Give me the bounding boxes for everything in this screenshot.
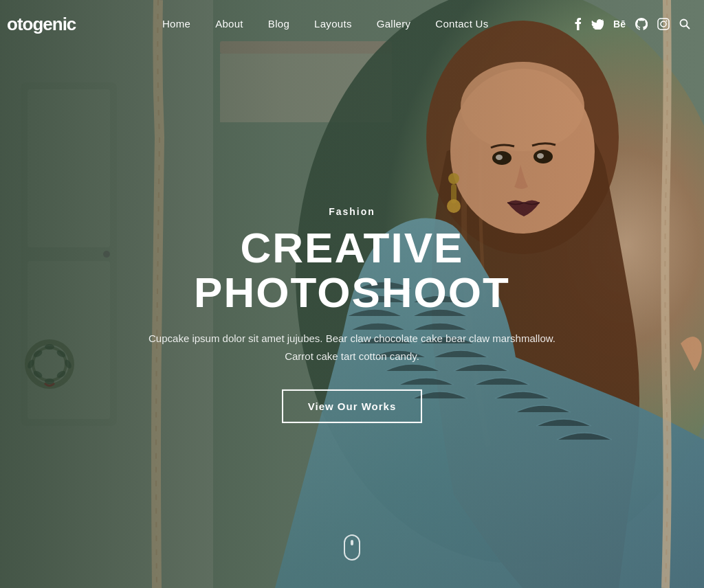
svg-point-31 [661, 21, 666, 27]
behance-icon[interactable]: Bē [613, 19, 626, 30]
social-icons: Bē [575, 18, 690, 30]
github-icon[interactable] [635, 18, 648, 30]
nav-item-contact[interactable]: Contact Us [435, 18, 488, 30]
scroll-mouse-icon [344, 534, 360, 561]
navbar: otogenic Home About Blog Layouts Gallery… [0, 0, 704, 48]
hero-content: Fashion CREATIVE PHOTOSHOOT Cupcake ipsu… [146, 206, 558, 423]
hero-section: otogenic Home About Blog Layouts Gallery… [0, 0, 704, 588]
nav-links: Home About Blog Layouts Gallery Contact … [162, 18, 489, 30]
view-works-button[interactable]: View Our Works [282, 389, 423, 423]
nav-item-about[interactable]: About [215, 18, 243, 30]
nav-link-contact[interactable]: Contact Us [435, 18, 488, 30]
search-icon[interactable] [679, 19, 690, 30]
nav-item-gallery[interactable]: Gallery [377, 18, 411, 30]
facebook-icon[interactable] [575, 18, 582, 30]
scroll-indicator [344, 534, 360, 561]
svg-rect-30 [658, 19, 669, 30]
hero-description: Cupcake ipsum dolor sit amet jujubes. Be… [146, 330, 558, 365]
hero-category: Fashion [146, 206, 558, 217]
twitter-icon[interactable] [591, 19, 604, 30]
hero-title: CREATIVE PHOTOSHOOT [146, 225, 558, 315]
nav-link-gallery[interactable]: Gallery [377, 18, 411, 30]
nav-link-blog[interactable]: Blog [268, 18, 289, 30]
svg-point-33 [681, 20, 688, 27]
nav-link-home[interactable]: Home [162, 18, 190, 30]
svg-point-32 [666, 21, 668, 22]
nav-link-layouts[interactable]: Layouts [314, 18, 352, 30]
scroll-dot [351, 540, 353, 545]
instagram-icon[interactable] [657, 18, 670, 30]
logo[interactable]: otogenic [7, 14, 76, 35]
nav-item-layouts[interactable]: Layouts [314, 18, 352, 30]
nav-item-home[interactable]: Home [162, 18, 190, 30]
nav-link-about[interactable]: About [215, 18, 243, 30]
svg-line-34 [687, 26, 690, 30]
nav-item-blog[interactable]: Blog [268, 18, 289, 30]
